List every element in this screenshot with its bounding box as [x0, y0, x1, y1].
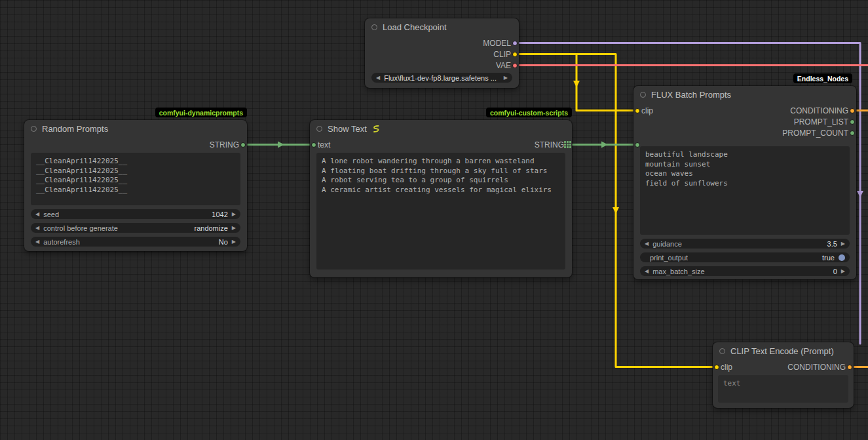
prompt-text-input-dot[interactable]	[635, 142, 640, 148]
slot-label-prompt-count: PROMPT_COUNT	[782, 129, 848, 138]
badge-dynamicprompts: comfyui-dynamicprompts	[155, 108, 247, 117]
prompt-count-output-dot[interactable]	[850, 130, 855, 136]
output-slot-model: MODEL	[365, 37, 519, 49]
node-title: CLIP Text Encode (Prompt)	[730, 346, 834, 356]
widget-label: autorefresh	[43, 238, 80, 246]
slot-row-clip-conditioning: clip CONDITIONING	[713, 361, 854, 372]
max-batch-size-widget[interactable]: ◀ max_batch_size 0 ▶	[640, 266, 850, 276]
widget-value: No	[219, 238, 228, 246]
collapse-dot-icon[interactable]	[316, 126, 322, 132]
conditioning-output-dot[interactable]	[847, 365, 852, 370]
text-line: A lone robot wandering through a barren …	[322, 157, 560, 167]
vae-output-dot[interactable]	[512, 63, 518, 68]
output-slot-vae: VAE	[365, 60, 519, 71]
node-load-checkpoint[interactable]: Load Checkpoint MODEL CLIP VAE ◀ Flux\fl…	[365, 18, 519, 88]
collapse-dot-icon[interactable]	[719, 348, 725, 354]
slot-label-conditioning: CONDITIONING	[790, 106, 848, 115]
prompt-text-textarea[interactable]: text	[718, 375, 848, 403]
slot-label-prompt-list: PROMPT_LIST	[794, 117, 848, 127]
decrement-arrow-icon[interactable]: ◀	[35, 212, 39, 217]
batch-prompts-textarea[interactable]: beautiful landscape mountain sunset ocea…	[640, 146, 850, 235]
widget-value: 3.5	[827, 240, 837, 248]
increment-arrow-icon[interactable]: ▶	[841, 241, 845, 247]
slot-label-vae: VAE	[496, 61, 511, 70]
wire-direction-arrow	[278, 142, 284, 148]
increment-arrow-icon[interactable]: ▶	[232, 226, 236, 231]
output-slot-clip: CLIP	[365, 49, 519, 60]
widget-label: print_output	[645, 254, 688, 262]
text-line: __CleanApril1422025__	[36, 176, 235, 186]
text-line: ocean waves	[645, 169, 844, 179]
text-line: A floating boat drifting through a sky f…	[322, 167, 560, 176]
node-title-bar[interactable]: Load Checkpoint	[365, 18, 519, 35]
string-output-dot[interactable]	[240, 142, 246, 148]
ckpt-name-value: Flux\flux1-dev-fp8.large.safetens ...	[384, 74, 500, 82]
badge-custom-scripts: comfyui-custom-scripts	[486, 108, 572, 117]
text-line: beautiful landscape	[645, 150, 844, 160]
wire-direction-arrow	[857, 191, 863, 197]
seed-widget[interactable]: ◀ seed 1042 ▶	[31, 209, 240, 219]
collapse-dot-icon[interactable]	[640, 92, 646, 98]
text-line: A ceramic artist creating vessels for ma…	[322, 186, 560, 195]
node-title: Random Prompts	[42, 124, 108, 134]
conditioning-output-dot[interactable]	[850, 108, 855, 113]
text-line: mountain sunset	[645, 160, 844, 170]
wire-direction-arrow	[601, 142, 608, 148]
node-title-bar[interactable]: CLIP Text Encode (Prompt)	[713, 342, 854, 359]
slot-label-string-output: STRING	[535, 140, 564, 150]
graph-canvas[interactable]: comfyui-dynamicprompts comfyui-custom-sc…	[0, 0, 868, 440]
shown-text-textarea[interactable]: A lone robot wandering through a barren …	[316, 153, 565, 270]
text-line: field of sunflowers	[645, 179, 844, 189]
prev-arrow-icon[interactable]: ◀	[376, 75, 380, 81]
node-clip-text-encode[interactable]: CLIP Text Encode (Prompt) clip CONDITION…	[713, 342, 854, 408]
node-title-bar[interactable]: FLUX Batch Prompts	[633, 86, 856, 103]
node-show-text[interactable]: Show Text text STRING A lone robot wande…	[310, 120, 572, 277]
decrement-arrow-icon[interactable]: ◀	[645, 241, 649, 247]
control-before-generate-widget[interactable]: ◀ control before generate randomize ▶	[31, 223, 240, 233]
slot-row-clip-conditioning: clip CONDITIONING	[633, 105, 856, 116]
decrement-arrow-icon[interactable]: ◀	[35, 226, 39, 231]
node-title: Show Text	[328, 124, 367, 134]
model-output-dot[interactable]	[512, 41, 518, 46]
badge-endless-nodes: Endless_Nodes	[793, 73, 852, 83]
node-flux-batch-prompts[interactable]: FLUX Batch Prompts clip CONDITIONING PRO…	[633, 86, 856, 279]
text-line: A robot serving tea to a group of squirr…	[322, 176, 560, 186]
widget-value: 1042	[212, 210, 227, 218]
slot-label-clip-input: clip	[641, 106, 653, 115]
slot-label-text-input: text	[318, 140, 330, 150]
node-title-bar[interactable]: Show Text	[310, 120, 572, 137]
collapse-dot-icon[interactable]	[371, 24, 377, 30]
increment-arrow-icon[interactable]: ▶	[841, 269, 845, 274]
widget-label: guidance	[652, 240, 682, 248]
prompts-textarea[interactable]: __CleanApril1422025__ __CleanApril142202…	[31, 153, 240, 205]
toggle-on-indicator[interactable]	[839, 254, 845, 261]
increment-arrow-icon[interactable]: ▶	[232, 212, 236, 217]
autorefresh-widget[interactable]: ◀ autorefresh No ▶	[31, 237, 240, 247]
guidance-widget[interactable]: ◀ guidance 3.5 ▶	[640, 239, 850, 249]
clip-input-dot[interactable]	[635, 108, 640, 113]
widget-value: randomize	[194, 224, 227, 232]
ckpt-name-widget[interactable]: ◀ Flux\flux1-dev-fp8.large.safetens ... …	[371, 73, 512, 83]
node-random-prompts[interactable]: Random Prompts STRING __CleanApril142202…	[24, 120, 247, 251]
clip-input-dot[interactable]	[714, 365, 719, 370]
node-title-bar[interactable]: Random Prompts	[24, 120, 247, 137]
print-output-widget[interactable]: print_output true	[640, 252, 850, 262]
widget-label: max_batch_size	[652, 268, 705, 275]
decrement-arrow-icon[interactable]: ◀	[35, 239, 39, 245]
output-slot-prompt-list: PROMPT_LIST	[633, 116, 856, 127]
next-arrow-icon[interactable]: ▶	[504, 75, 508, 81]
node-title: Load Checkpoint	[383, 22, 447, 32]
widget-label: seed	[43, 210, 59, 218]
increment-arrow-icon[interactable]: ▶	[232, 239, 236, 245]
collapse-dot-icon[interactable]	[31, 126, 37, 132]
text-input-dot[interactable]	[311, 142, 316, 148]
text-value: text	[723, 379, 843, 389]
widget-label: control before generate	[43, 224, 118, 232]
clip-output-dot[interactable]	[512, 52, 518, 57]
text-line: __CleanApril1422025__	[36, 157, 235, 167]
prompt-list-output-dot[interactable]	[850, 119, 855, 125]
output-slot-prompt-count: PROMPT_COUNT	[633, 127, 856, 138]
string-list-output-grid-icon[interactable]	[564, 141, 571, 148]
decrement-arrow-icon[interactable]: ◀	[645, 269, 649, 274]
slot-label-clip-input: clip	[721, 363, 732, 372]
